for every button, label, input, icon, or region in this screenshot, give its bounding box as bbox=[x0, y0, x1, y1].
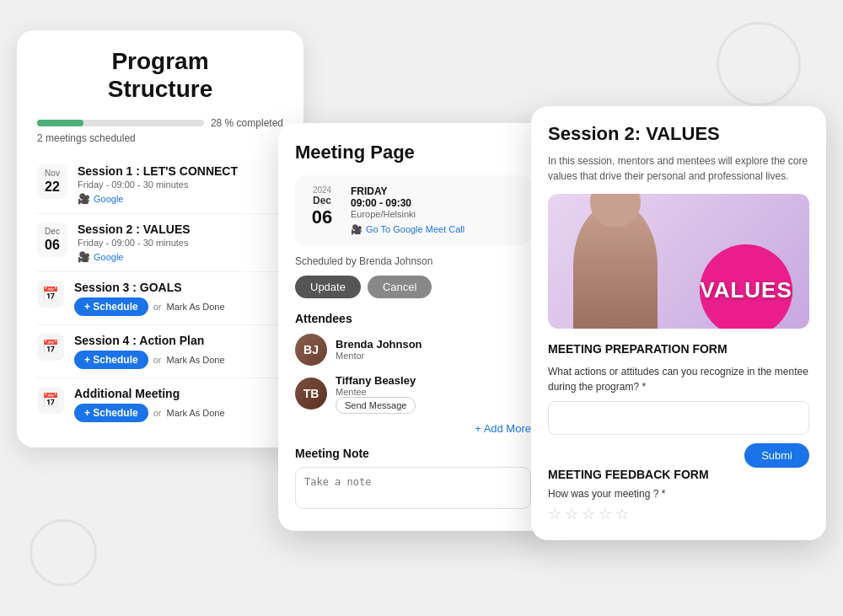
session-2-date: Dec 06 bbox=[37, 222, 67, 258]
session-4-calendar-icon: 📅 bbox=[37, 334, 64, 361]
additional-mark-done[interactable]: Mark As Done bbox=[166, 408, 224, 418]
attendee-brenda-info: Brenda Johnson Mentor bbox=[336, 338, 531, 361]
session-1-sub: Friday - 09:00 - 30 minutes bbox=[78, 179, 283, 190]
meeting-timezone: Europe/Helsinki bbox=[351, 209, 521, 219]
session-4-actions: + Schedule or Mark As Done bbox=[74, 351, 283, 369]
values-text: VALUES bbox=[700, 277, 792, 303]
additional-actions: + Schedule or Mark As Done bbox=[74, 404, 283, 422]
meeting-day: 06 bbox=[305, 206, 339, 228]
rating-stars[interactable]: ☆ ☆ ☆ ☆ ☆ bbox=[548, 505, 809, 523]
progress-bar-background bbox=[37, 120, 204, 126]
star-3[interactable]: ☆ bbox=[582, 505, 595, 523]
prep-form-title: MEETING PREPARATION FORM bbox=[548, 342, 809, 356]
meeting-year: 2024 bbox=[305, 185, 339, 195]
attendees-title: Attendees bbox=[295, 312, 531, 325]
star-1[interactable]: ☆ bbox=[548, 505, 561, 523]
video-icon-2: 🎥 bbox=[78, 251, 90, 263]
decorative-swirl-bottom bbox=[30, 519, 97, 587]
attendee-brenda-name: Brenda Johnson bbox=[336, 338, 531, 351]
session-4-info: Session 4 : Action Plan + Schedule or Ma… bbox=[74, 334, 283, 369]
feedback-question: How was your meeting ? * bbox=[548, 488, 809, 500]
session-3-or: or bbox=[153, 302, 162, 312]
additional-info: Additional Meeting + Schedule or Mark As… bbox=[74, 387, 283, 422]
meeting-note-title: Meeting Note bbox=[295, 447, 531, 460]
attendee-brenda-avatar: BJ bbox=[295, 334, 327, 366]
prep-form-question: What actions or attitudes can you recogn… bbox=[548, 364, 809, 394]
session-item-1: Nov 22 Session 1 : LET'S CONNECT Friday … bbox=[37, 156, 283, 214]
add-more-attendees[interactable]: + Add More bbox=[295, 422, 531, 435]
submit-button[interactable]: Submi bbox=[744, 443, 809, 468]
session-3-info: Session 3 : GOALS + Schedule or Mark As … bbox=[74, 281, 283, 316]
feedback-title: MEETING FEEDBACK FORM bbox=[548, 468, 809, 481]
person-silhouette bbox=[573, 202, 658, 329]
additional-calendar-icon: 📅 bbox=[37, 387, 64, 414]
meeting-date-right: FRIDAY 09:00 - 09:30 Europe/Helsinki 🎥 G… bbox=[351, 185, 521, 235]
session-4-mark-done[interactable]: Mark As Done bbox=[166, 355, 224, 365]
session-3-mark-done[interactable]: Mark As Done bbox=[166, 302, 224, 312]
google-meet-link[interactable]: 🎥 Go To Google Meet Call bbox=[351, 224, 521, 235]
attendee-brenda: BJ Brenda Johnson Mentor bbox=[295, 334, 531, 366]
meeting-month: Dec bbox=[305, 195, 339, 206]
additional-name: Additional Meeting bbox=[74, 387, 283, 400]
meetings-scheduled: 2 meetings scheduled bbox=[37, 132, 283, 144]
attendee-brenda-role: Mentor bbox=[336, 351, 531, 361]
attendee-tiffany: TB Tiffany Beasley Mentee Send Message bbox=[295, 374, 531, 414]
meeting-weekday: FRIDAY bbox=[351, 185, 521, 197]
session-2-name: Session 2 : VALUES bbox=[78, 222, 283, 236]
session-3-schedule-button[interactable]: + Schedule bbox=[74, 297, 148, 316]
session-2-google-link[interactable]: 🎥 Google bbox=[78, 251, 283, 263]
program-structure-card: ProgramStructure 28 % completed 2 meetin… bbox=[17, 30, 303, 447]
session-3-calendar-icon: 📅 bbox=[37, 281, 64, 308]
google-meet-label: Go To Google Meet Call bbox=[366, 224, 464, 234]
star-5[interactable]: ☆ bbox=[615, 505, 629, 523]
meeting-note-input[interactable] bbox=[295, 467, 531, 509]
video-icon-meet: 🎥 bbox=[351, 224, 362, 235]
meeting-action-buttons: Update Cancel bbox=[295, 276, 531, 298]
session2-card: Session 2: VALUES In this session, mento… bbox=[531, 106, 826, 540]
progress-bar-fill bbox=[37, 120, 83, 126]
meeting-date-left: 2024 Dec 06 bbox=[305, 185, 339, 235]
person-head bbox=[590, 194, 641, 228]
program-title: ProgramStructure bbox=[37, 47, 283, 104]
meeting-page-title: Meeting Page bbox=[295, 142, 531, 163]
session-item-4: 📅 Session 4 : Action Plan + Schedule or … bbox=[37, 325, 283, 378]
session2-title: Session 2: VALUES bbox=[548, 123, 809, 145]
video-icon: 🎥 bbox=[78, 193, 90, 205]
additional-or: or bbox=[153, 408, 162, 418]
session-item-2: Dec 06 Session 2 : VALUES Friday - 09:00… bbox=[37, 214, 283, 272]
additional-schedule-button[interactable]: + Schedule bbox=[74, 404, 148, 422]
decorative-swirl-top bbox=[717, 22, 801, 106]
star-4[interactable]: ☆ bbox=[599, 505, 612, 523]
send-message-button[interactable]: Send Message bbox=[336, 397, 416, 414]
session-item-3: 📅 Session 3 : GOALS + Schedule or Mark A… bbox=[37, 272, 283, 325]
session-1-google-link[interactable]: 🎥 Google bbox=[78, 193, 283, 205]
session-4-name: Session 4 : Action Plan bbox=[74, 334, 283, 347]
values-circle: VALUES bbox=[700, 244, 792, 329]
attendee-tiffany-role: Mentee bbox=[336, 387, 531, 397]
star-2[interactable]: ☆ bbox=[565, 505, 578, 523]
progress-section: 28 % completed bbox=[37, 117, 283, 129]
meeting-page-card: Meeting Page 2024 Dec 06 FRIDAY 09:00 - … bbox=[278, 123, 548, 531]
session-3-name: Session 3 : GOALS bbox=[74, 281, 283, 294]
session-item-additional: 📅 Additional Meeting + Schedule or Mark … bbox=[37, 378, 283, 431]
attendee-tiffany-avatar: TB bbox=[295, 378, 327, 410]
meeting-date-block: 2024 Dec 06 FRIDAY 09:00 - 09:30 Europe/… bbox=[295, 175, 531, 245]
session-2-sub: Friday - 09:00 - 30 minutes bbox=[78, 238, 283, 248]
attendee-tiffany-name: Tiffany Beasley bbox=[336, 374, 531, 387]
scheduled-by: Scheduled by Brenda Johnson bbox=[295, 255, 531, 267]
session2-description: In this session, mentors and mentees wil… bbox=[548, 153, 809, 184]
progress-percentage: 28 % completed bbox=[211, 117, 283, 129]
session-3-actions: + Schedule or Mark As Done bbox=[74, 297, 283, 316]
meeting-time: 09:00 - 09:30 bbox=[351, 197, 521, 209]
session-4-schedule-button[interactable]: + Schedule bbox=[74, 351, 148, 369]
session-1-info: Session 1 : LET'S CONNECT Friday - 09:00… bbox=[78, 164, 283, 205]
session-1-date: Nov 22 bbox=[37, 164, 67, 200]
update-button[interactable]: Update bbox=[295, 276, 361, 298]
cancel-button[interactable]: Cancel bbox=[368, 276, 432, 298]
session-2-info: Session 2 : VALUES Friday - 09:00 - 30 m… bbox=[78, 222, 283, 263]
attendee-tiffany-info: Tiffany Beasley Mentee Send Message bbox=[336, 374, 531, 414]
prep-form-input[interactable] bbox=[548, 401, 809, 435]
values-image: VALUES bbox=[548, 194, 809, 329]
session-4-or: or bbox=[153, 355, 162, 365]
session-1-name: Session 1 : LET'S CONNECT bbox=[78, 164, 283, 178]
